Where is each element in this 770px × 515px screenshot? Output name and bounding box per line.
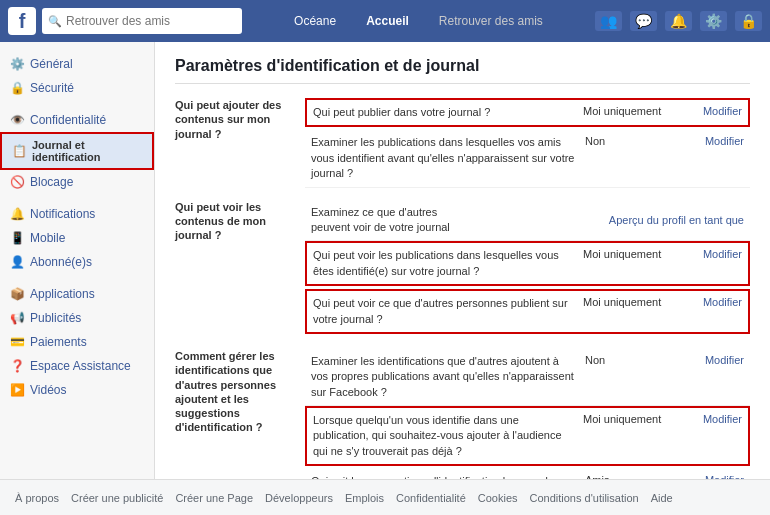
setting-publier-desc: Qui peut publier dans votre journal ? (313, 105, 574, 120)
lock-icon[interactable]: 🔒 (735, 11, 762, 31)
footer-cookies[interactable]: Cookies (478, 492, 518, 504)
sidebar-item-notifications[interactable]: 🔔 Notifications (0, 202, 154, 226)
messages-icon[interactable]: 💬 (630, 11, 657, 31)
section-2-items: Examinez ce que d'autres peuvent voir de… (305, 200, 750, 337)
footer-developpeurs[interactable]: Développeurs (265, 492, 333, 504)
help-icon: ❓ (10, 359, 24, 373)
footer-apropos[interactable]: À propos (15, 492, 59, 504)
setting-examiner-id-action[interactable]: Modifier (694, 354, 744, 366)
sidebar-item-abonnes[interactable]: 👤 Abonné(e)s (0, 250, 154, 274)
section-identifications: Comment gérer les identifications que d'… (175, 349, 750, 479)
setting-autres-publient: Qui peut voir ce que d'autres personnes … (305, 289, 750, 334)
setting-identifie-desc: Qui peut voir les publications dans lesq… (313, 248, 574, 279)
setting-examiner-pub-desc: Examiner les publications dans lesquelle… (311, 135, 576, 181)
payment-icon: 💳 (10, 335, 24, 349)
setting-examiner-id-value: Non (580, 354, 690, 366)
setting-audience-desc: Lorsque quelqu'un vous identifie dans un… (313, 413, 574, 459)
sidebar-item-journal[interactable]: 📋 Journal et identification (0, 132, 154, 170)
facebook-logo[interactable]: f (8, 7, 36, 35)
main-content: Paramètres d'identification et de journa… (155, 42, 770, 479)
ad-icon: 📢 (10, 311, 24, 325)
setting-suggestions: Qui voit les suggestions d'identificatio… (305, 469, 750, 479)
sidebar-item-applications[interactable]: 📦 Applications (0, 282, 154, 306)
setting-identifie-value: Moi uniquement (578, 248, 688, 260)
nav-home[interactable]: Océane (294, 14, 336, 28)
notifications-icon[interactable]: 🔔 (665, 11, 692, 31)
section-1-items: Qui peut publier dans votre journal ? Mo… (305, 98, 750, 188)
sidebar-item-publicites[interactable]: 📢 Publicités (0, 306, 154, 330)
lock-icon: 🔒 (10, 81, 24, 95)
sidebar-item-paiements[interactable]: 💳 Paiements (0, 330, 154, 354)
sidebar-item-securite[interactable]: 🔒 Sécurité (0, 76, 154, 100)
settings-icon[interactable]: ⚙️ (700, 11, 727, 31)
setting-audience: Lorsque quelqu'un vous identifie dans un… (305, 406, 750, 466)
section-journal: Qui peut ajouter des contenus sur mon jo… (175, 98, 750, 188)
sidebar-item-general[interactable]: ⚙️ Général (0, 52, 154, 76)
section-3-items: Examiner les identifications que d'autre… (305, 349, 750, 479)
nav-center: Océane Accueil Retrouver des amis (248, 14, 589, 28)
footer-conditions[interactable]: Conditions d'utilisation (530, 492, 639, 504)
page-footer: À propos Créer une publicité Créer une P… (0, 479, 770, 515)
footer-confidentialite[interactable]: Confidentialité (396, 492, 466, 504)
section-2-row: Qui peut voir les contenus de mon journa… (175, 200, 750, 337)
setting-identifie: Qui peut voir les publications dans lesq… (305, 241, 750, 286)
video-icon: ▶️ (10, 383, 24, 397)
setting-audience-action[interactable]: Modifier (692, 413, 742, 425)
setting-examiner-pub: Examiner les publications dans lesquelle… (305, 130, 750, 187)
nav-accueil[interactable]: Accueil (366, 14, 409, 28)
friends-icon[interactable]: 👥 (595, 11, 622, 31)
setting-examiner-id: Examiner les identifications que d'autre… (305, 349, 750, 406)
bell-icon: 🔔 (10, 207, 24, 221)
setting-apercu-action[interactable]: Aperçu du profil en tant que (594, 214, 744, 226)
section-2-label: Qui peut voir les contenus de mon journa… (175, 200, 305, 243)
setting-autres-publient-action[interactable]: Modifier (692, 296, 742, 308)
setting-examiner-id-desc: Examiner les identifications que d'autre… (311, 354, 576, 400)
gear-icon: ⚙️ (10, 57, 24, 71)
mobile-icon: 📱 (10, 231, 24, 245)
sidebar-item-blocage[interactable]: 🚫 Blocage (0, 170, 154, 194)
footer-page[interactable]: Créer une Page (175, 492, 253, 504)
sidebar-item-confidentialite[interactable]: 👁️ Confidentialité (0, 108, 154, 132)
sidebar-item-assistance[interactable]: ❓ Espace Assistance (0, 354, 154, 378)
section-3-row: Comment gérer les identifications que d'… (175, 349, 750, 479)
footer-aide[interactable]: Aide (651, 492, 673, 504)
setting-autres-publient-desc: Qui peut voir ce que d'autres personnes … (313, 296, 574, 327)
sidebar-item-videos[interactable]: ▶️ Vidéos (0, 378, 154, 402)
nav-right: 👥 💬 🔔 ⚙️ 🔒 (595, 11, 762, 31)
setting-identifie-action[interactable]: Modifier (692, 248, 742, 260)
section-1-label: Qui peut ajouter des contenus sur mon jo… (175, 98, 305, 141)
section-3-label: Comment gérer les identifications que d'… (175, 349, 305, 435)
setting-audience-value: Moi uniquement (578, 413, 688, 425)
setting-autres-publient-value: Moi uniquement (578, 296, 688, 308)
section-1-row: Qui peut ajouter des contenus sur mon jo… (175, 98, 750, 188)
sidebar-item-mobile[interactable]: 📱 Mobile (0, 226, 154, 250)
nav-retrouver[interactable]: Retrouver des amis (439, 14, 543, 28)
sidebar: ⚙️ Général 🔒 Sécurité 👁️ Confidentialité… (0, 42, 155, 479)
eye-icon: 👁️ (10, 113, 24, 127)
journal-icon: 📋 (12, 144, 26, 158)
search-input[interactable] (66, 14, 236, 28)
footer-publicite[interactable]: Créer une publicité (71, 492, 163, 504)
setting-publier: Qui peut publier dans votre journal ? Mo… (305, 98, 750, 127)
main-layout: ⚙️ Général 🔒 Sécurité 👁️ Confidentialité… (0, 42, 770, 479)
search-bar[interactable]: 🔍 (42, 8, 242, 34)
page-title: Paramètres d'identification et de journa… (175, 57, 750, 84)
footer-emplois[interactable]: Emplois (345, 492, 384, 504)
apps-icon: 📦 (10, 287, 24, 301)
block-icon: 🚫 (10, 175, 24, 189)
setting-apercu: Examinez ce que d'autres peuvent voir de… (305, 200, 750, 242)
setting-publier-action[interactable]: Modifier (692, 105, 742, 117)
search-icon: 🔍 (48, 15, 62, 28)
setting-examiner-pub-value: Non (580, 135, 690, 147)
setting-publier-value: Moi uniquement (578, 105, 688, 117)
setting-examiner-pub-action[interactable]: Modifier (694, 135, 744, 147)
person-icon: 👤 (10, 255, 24, 269)
section-voir: Qui peut voir les contenus de mon journa… (175, 200, 750, 337)
setting-apercu-desc: Examinez ce que d'autres peuvent voir de… (311, 205, 476, 236)
top-navigation: f 🔍 Océane Accueil Retrouver des amis 👥 … (0, 0, 770, 42)
